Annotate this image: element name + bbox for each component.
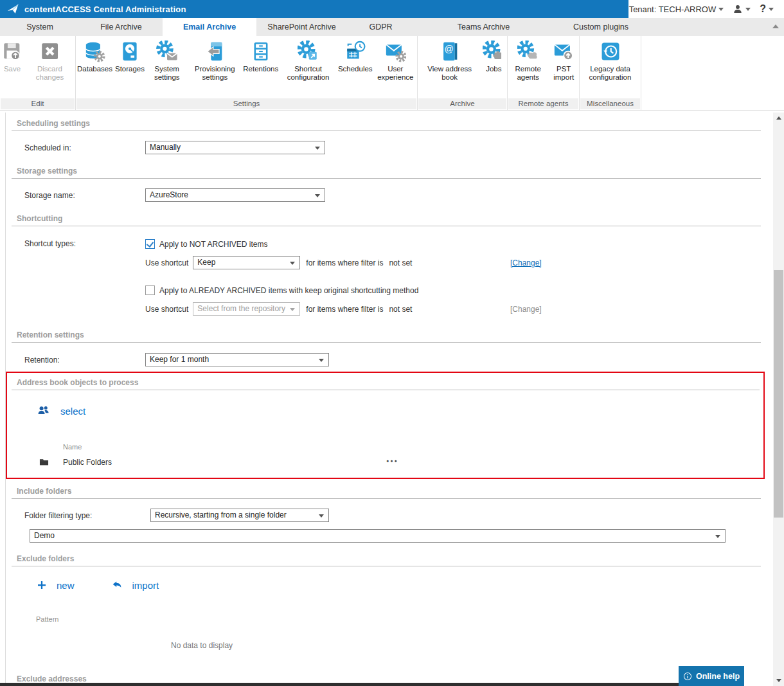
main-tab-bar: SystemFile ArchiveEmail ArchiveSharePoin… [0, 18, 784, 36]
tab-file-archive[interactable]: File Archive [80, 18, 163, 36]
vertical-scrollbar[interactable] [773, 113, 784, 686]
section-header-exclude-folders: Exclude folders [12, 554, 761, 566]
system-settings-button[interactable]: System settings [146, 39, 188, 82]
shortcut-config-icon [298, 41, 319, 62]
import-icon [111, 579, 123, 591]
retention-label: Retention: [24, 356, 145, 365]
people-icon [36, 404, 51, 417]
save-button[interactable]: Save [0, 39, 24, 73]
address-book-row: Public Folders ●●● [7, 457, 763, 469]
help-menu[interactable]: ? [760, 3, 774, 15]
online-help-button[interactable]: Online help [679, 666, 744, 686]
remote-agents-label: Remote agents [509, 65, 547, 82]
new-pattern-button[interactable]: new [36, 579, 75, 591]
scheduled-in-label: Scheduled in: [24, 143, 145, 152]
address-book-item-name: Public Folders [63, 458, 112, 467]
storages-button[interactable]: Storages [114, 39, 146, 73]
tenant-selector[interactable]: Tenant: TECH-ARROW [629, 5, 724, 14]
database-icon [84, 41, 105, 62]
chevron-down-icon [769, 8, 774, 11]
not-archived-checkbox[interactable] [145, 239, 155, 249]
shortcut-types-label: Shortcut types: [24, 239, 145, 248]
view-address-book-label: View address book [420, 65, 479, 82]
select-label: select [60, 406, 85, 417]
tab-sharepoint-archive[interactable]: SharePoint Archive [256, 18, 347, 36]
section-header-shortcutting: Shortcutting [12, 214, 761, 226]
import-patterns-button[interactable]: import [111, 579, 159, 591]
shortcut-type-dropdown[interactable]: Keep [193, 256, 300, 269]
help-icon: ? [760, 3, 766, 15]
folder-filtering-type-dropdown[interactable]: Recursive, starting from a single folder [150, 509, 329, 522]
shortcut-configuration-button[interactable]: Shortcut configuration [280, 39, 337, 82]
use-shortcut-label-2: Use shortcut [145, 305, 188, 314]
discard-changes-label: Discard changes [26, 65, 74, 82]
discard-changes-button[interactable]: Discard changes [24, 39, 75, 82]
scheduled-in-dropdown[interactable]: Manually [145, 141, 325, 154]
ribbon-group-label-settings: Settings [76, 98, 416, 109]
name-column-header: Name [63, 443, 763, 451]
retentions-icon [250, 41, 272, 62]
jobs-button[interactable]: Jobs [481, 39, 506, 73]
svg-text:@: @ [444, 44, 453, 54]
databases-button[interactable]: Databases [76, 39, 114, 73]
plus-icon [36, 579, 48, 591]
section-header-scheduling: Scheduling settings [12, 119, 761, 131]
remote-agents-icon [517, 41, 539, 62]
ribbon-group-label-archive: Archive [418, 98, 506, 109]
collapse-ribbon-icon[interactable] [772, 24, 779, 28]
databases-label: Databases [77, 65, 112, 73]
pst-import-button[interactable]: PST import [548, 39, 579, 82]
legacy-data-configuration-button[interactable]: Legacy data configuration [580, 39, 641, 82]
schedules-button[interactable]: Schedules [337, 39, 374, 73]
legacy-data-configuration-label: Legacy data configuration [581, 65, 639, 82]
discard-icon [39, 41, 61, 62]
schedules-icon [344, 41, 366, 62]
new-label: new [57, 580, 75, 591]
tab-email-archive[interactable]: Email Archive [163, 18, 256, 36]
storage-name-label: Storage name: [24, 191, 145, 200]
retentions-button[interactable]: Retentions [242, 39, 280, 73]
ribbon-group-edit: SaveDiscard changesEdit [0, 36, 76, 110]
provisioning-settings-button[interactable]: Provisioning settings [188, 39, 242, 82]
scrollbar-thumb[interactable] [774, 270, 783, 518]
row-actions-button[interactable]: ●●● [386, 458, 398, 463]
address-book-icon: @ [439, 41, 461, 62]
folder-filtering-type-label: Folder filtering type: [24, 511, 150, 520]
settings-panel: Scheduling settings Scheduled in: Manual… [5, 113, 765, 686]
tenant-label: Tenant: TECH-ARROW [629, 5, 717, 14]
section-header-retention: Retention settings [12, 330, 761, 343]
address-book-highlight-box: Address book objects to process select N… [6, 372, 765, 479]
storage-name-dropdown[interactable]: AzureStore [145, 188, 325, 202]
scroll-up-button[interactable] [773, 113, 784, 123]
remote-agents-button[interactable]: Remote agents [508, 39, 548, 82]
app-logo-icon [6, 3, 19, 15]
ribbon-group-remote-agents: Remote agentsPST importRemote agents [508, 36, 580, 110]
tab-teams-archive[interactable]: Teams Archive [414, 18, 553, 36]
provisioning-icon [204, 41, 226, 62]
user-experience-button[interactable]: User experience [374, 39, 417, 82]
tab-custom-plugins[interactable]: Custom plugins [553, 18, 649, 36]
online-help-label: Online help [696, 672, 740, 681]
chevron-down-icon [745, 8, 751, 11]
jobs-icon [483, 41, 504, 62]
schedules-label: Schedules [338, 65, 373, 73]
include-folder-dropdown[interactable]: Demo [30, 529, 726, 543]
not-archived-checkbox-label: Apply to NOT ARCHIVED items [159, 240, 268, 249]
already-archived-checkbox[interactable] [145, 285, 155, 295]
scroll-down-button[interactable] [773, 675, 784, 686]
change-filter-link[interactable]: [Change] [510, 258, 542, 267]
select-button[interactable]: select [36, 404, 763, 417]
user-menu[interactable] [733, 4, 751, 14]
pst-import-icon [553, 41, 575, 62]
change-filter-link-disabled: [Change] [510, 305, 542, 314]
system-settings-icon [156, 41, 178, 62]
ribbon-group-settings: DatabasesStoragesSystem settingsProvisio… [76, 36, 418, 110]
provisioning-settings-label: Provisioning settings [189, 65, 240, 82]
tab-system[interactable]: System [0, 18, 80, 36]
view-address-book-button[interactable]: @View address book [419, 39, 481, 82]
tab-gdpr[interactable]: GDPR [347, 18, 414, 36]
shortcut-type-dropdown-disabled[interactable]: Select from the repository [193, 302, 300, 316]
retention-dropdown[interactable]: Keep for 1 month [145, 353, 329, 366]
section-header-storage: Storage settings [12, 167, 761, 179]
ribbon-group-archive: @View address bookJobsArchive [418, 36, 508, 110]
